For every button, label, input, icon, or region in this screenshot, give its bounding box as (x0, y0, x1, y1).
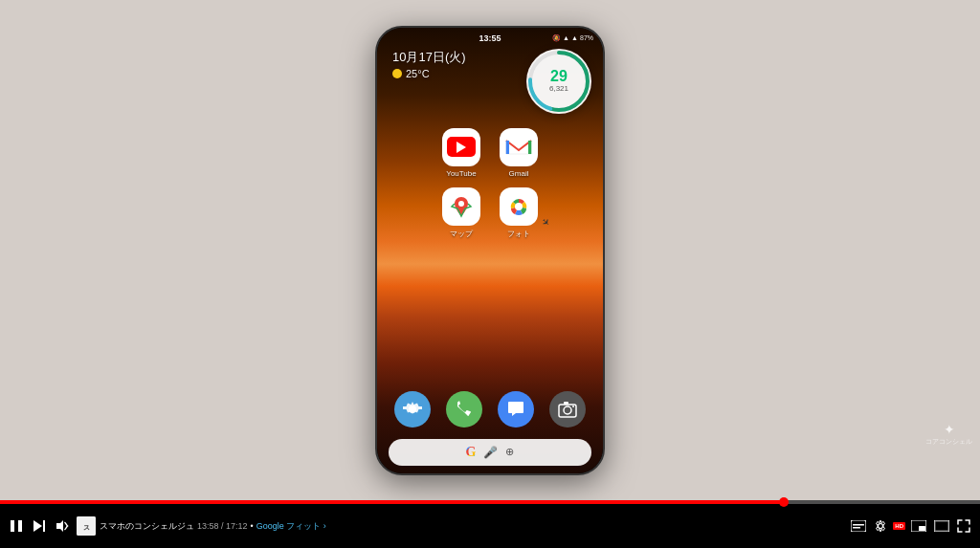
fullscreen-button[interactable] (955, 517, 972, 535)
play-pause-button[interactable] (8, 517, 25, 535)
fullscreen-icon (957, 519, 970, 533)
gmail-app-icon[interactable]: Gmail (500, 128, 538, 178)
svg-rect-15 (11, 520, 14, 532)
watermark: ✦ コアコンシェル (925, 422, 972, 447)
step-circle: 29 6,321 (526, 49, 591, 114)
phone-mockup: 13:55 🔕 ▲ ▲ 87% 10月17日(火) 25°C (375, 26, 605, 475)
channel-logo: ス (77, 516, 96, 536)
next-chapter-label: Google フィット › (256, 520, 326, 533)
svg-point-12 (564, 406, 571, 414)
status-bar: 13:55 🔕 ▲ ▲ 87% (377, 33, 603, 43)
svg-rect-22 (851, 520, 866, 532)
next-button[interactable] (31, 517, 48, 535)
weather-temp: 25°C (406, 68, 430, 79)
date-widget: 10月17日(火) 25°C (392, 49, 466, 79)
settings-dock-icon[interactable] (394, 391, 431, 427)
app-row-1: YouTube (442, 128, 538, 178)
channel-logo-svg: ス (77, 516, 96, 536)
subtitles-icon (851, 520, 866, 532)
svg-point-7 (458, 201, 464, 207)
svg-marker-17 (33, 520, 42, 532)
phone-screen: 13:55 🔕 ▲ ▲ 87% 10月17日(火) 25°C (377, 28, 603, 473)
time-total: 17:12 (226, 521, 248, 531)
google-g-icon: G (466, 445, 477, 460)
svg-rect-5 (528, 141, 531, 154)
hd-badge: HD (893, 522, 905, 530)
status-icons: 🔕 ▲ ▲ 87% (552, 34, 593, 42)
channel-name: スマホのコンシェルジュ (100, 520, 194, 533)
messages-dock-icon[interactable] (498, 391, 534, 427)
youtube-app-icon[interactable]: YouTube (442, 128, 480, 178)
mute-icon: 🔕 (552, 34, 561, 42)
wifi-icon: ▲ (571, 34, 578, 41)
youtube-play-triangle (457, 142, 466, 153)
youtube-red-bg (447, 137, 476, 157)
miniplayer-button[interactable] (909, 518, 928, 534)
svg-point-25 (879, 524, 883, 529)
svg-rect-18 (43, 520, 45, 532)
svg-text:ス: ス (83, 524, 90, 531)
subtitles-button[interactable] (849, 518, 868, 534)
video-content: 13:55 🔕 ▲ ▲ 87% 10月17日(火) 25°C (0, 0, 980, 500)
time-display: 13:58 / 17:12 (197, 521, 248, 531)
svg-rect-13 (564, 402, 568, 405)
svg-point-9 (515, 203, 523, 210)
battery-icon: 87% (580, 34, 593, 41)
svg-rect-29 (935, 521, 948, 531)
app-grid: YouTube (377, 128, 603, 239)
svg-rect-23 (853, 524, 864, 526)
maps-app-icon[interactable]: マップ (442, 187, 480, 239)
video-container: 13:55 🔕 ▲ ▲ 87% 10月17日(火) 25°C (0, 0, 980, 548)
weather-sun-icon (392, 69, 402, 78)
volume-button[interactable] (54, 517, 71, 535)
status-time: 13:55 (479, 33, 501, 43)
next-text: Google フィット (256, 521, 322, 531)
settings-gear-svg (402, 399, 423, 420)
gmail-label: Gmail (509, 169, 529, 178)
svg-rect-28 (934, 520, 949, 532)
miniplayer-icon (911, 520, 926, 532)
svg-rect-24 (853, 527, 860, 529)
settings-icon (874, 519, 887, 533)
settings-button[interactable] (872, 517, 889, 535)
svg-point-14 (572, 406, 574, 407)
maps-icon-img (442, 187, 480, 226)
google-search-bar[interactable]: G 🎤 ⊕ (389, 439, 591, 466)
watermark-text: コアコンシェル (925, 437, 972, 447)
phone-svg (455, 400, 474, 419)
app-row-2: マップ (442, 187, 538, 239)
photos-app-icon[interactable]: フォト (500, 187, 538, 239)
chevron-icon: › (323, 521, 326, 531)
channel-info: ス スマホのコンシェルジュ 13:58 / 17:12 • Google フィッ… (77, 516, 843, 536)
camera-svg (557, 399, 578, 420)
progress-track (0, 500, 980, 504)
svg-rect-27 (919, 526, 925, 531)
right-controls: HD (849, 517, 972, 535)
dock (387, 391, 593, 427)
youtube-controls-bar: ス スマホのコンシェルジュ 13:58 / 17:12 • Google フィッ… (0, 504, 980, 548)
photos-svg (505, 193, 532, 220)
progress-bar-container[interactable] (0, 500, 980, 504)
maps-label: マップ (450, 229, 473, 239)
channel-meta: スマホのコンシェルジュ 13:58 / 17:12 • Google フィット … (100, 520, 326, 533)
photos-icon-img (500, 187, 538, 226)
play-icon (10, 519, 23, 533)
theater-button[interactable] (932, 518, 951, 534)
messages-svg (505, 399, 526, 420)
signal-icon: ▲ (563, 34, 569, 41)
camera-dock-icon[interactable] (549, 391, 586, 427)
weather-row: 25°C (392, 68, 466, 79)
photos-label: フォト (507, 229, 530, 239)
date-text: 10月17日(火) (392, 49, 466, 66)
separator-dot: • (251, 521, 254, 531)
watermark-logo: ✦ (944, 422, 955, 437)
step-ring (526, 49, 591, 114)
youtube-icon-img (442, 128, 480, 166)
youtube-label: YouTube (446, 169, 476, 178)
phone-dock-icon[interactable] (446, 391, 482, 427)
microphone-icon: 🎤 (483, 446, 498, 459)
gmail-svg (504, 137, 533, 158)
lens-icon: ⊕ (505, 446, 514, 458)
svg-rect-16 (18, 520, 22, 532)
next-icon (33, 519, 46, 533)
